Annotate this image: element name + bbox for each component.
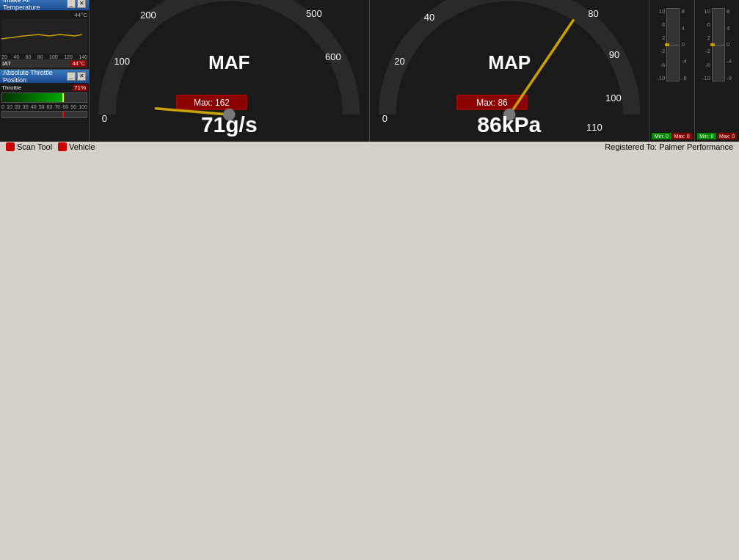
iat-graph-area <box>1 18 87 54</box>
vehicle-indicator: Vehicle <box>58 142 95 151</box>
map-svg-wrap: 0 20 40 50 60 70 80 90 100 110 MAP Max: … <box>370 0 649 142</box>
iat-left-title: Intake Air Temperature <box>3 0 67 11</box>
svg-text:MAF: MAF <box>208 51 250 73</box>
maf-main: Air Flow Rate from Mass Air Flow Sensor … <box>90 0 370 142</box>
svg-text:20: 20 <box>394 56 405 67</box>
svg-text:Max: 162: Max: 162 <box>194 98 230 108</box>
atp-left: Absolute Throttle Position _ ✕ Throttle7… <box>0 70 89 142</box>
scan-tool-dot <box>6 142 15 151</box>
atp-l-min[interactable]: _ <box>67 72 76 81</box>
longft1-right: Long Te... _ ✕ LONGFT1 0% 1062-2-6-10 <box>649 0 695 142</box>
svg-text:600: 600 <box>325 51 341 62</box>
svg-text:200: 200 <box>140 10 156 21</box>
atp-body: Throttle71% 0102030405060708090100 <box>0 83 89 142</box>
svg-text:MAP: MAP <box>488 51 531 73</box>
svg-text:0: 0 <box>382 112 387 123</box>
lft1-marker <box>665 43 669 46</box>
iat-body: 44°C 20406080100120140 IAT44°C <box>0 10 89 69</box>
lft2-body: LONGFT2 0% 1062-2-6-10 840-4-8 <box>695 0 740 142</box>
iat-l-close[interactable]: ✕ <box>77 0 86 8</box>
scan-tool-label: Scan Tool <box>17 142 52 151</box>
atp-l-close[interactable]: ✕ <box>77 72 86 81</box>
atp-h-bar2 <box>1 111 87 118</box>
maf-disp: 71g/s <box>201 112 258 137</box>
svg-text:80: 80 <box>588 8 599 19</box>
map-disp: 86kPa <box>477 112 541 137</box>
left-col-span: Ignition Timi... _ ✕ SPARKADV 27° 504540… <box>0 0 90 142</box>
svg-text:0: 0 <box>102 112 107 123</box>
lft2-vbar <box>712 8 725 81</box>
scan-tool-indicator: Scan Tool <box>6 142 52 151</box>
map-main: Intake Manifold Absolute Pressure _ ✕ 0 … <box>370 0 650 142</box>
svg-text:100: 100 <box>605 92 622 103</box>
lft2-marker <box>710 43 715 46</box>
registered-to: Registered To: Palmer Performance <box>605 142 733 151</box>
longft2-right: Long Te... _ ✕ LONGFT2 0% 1062-2-6-10 <box>695 0 740 142</box>
atp-left-hdr: Absolute Throttle Position _ ✕ <box>0 70 89 83</box>
svg-text:90: 90 <box>608 49 619 60</box>
iat-l-min[interactable]: _ <box>67 0 76 8</box>
atp-left-title: Absolute Throttle Position <box>3 69 67 84</box>
svg-text:60: 60 <box>514 0 525 1</box>
svg-text:500: 500 <box>306 8 322 19</box>
lft1-vbar <box>666 8 680 81</box>
svg-text:Max: 86: Max: 86 <box>476 98 508 108</box>
lft1-body: LONGFT1 0% 1062-2-6-10 840-4-8 <box>649 0 694 142</box>
longft-area: Long Te... _ ✕ LONGFT1 0% 1062-2-6-10 <box>649 0 739 142</box>
svg-text:40: 40 <box>423 12 434 23</box>
status-indicators: Scan Tool Vehicle <box>6 142 95 151</box>
maf-svg-wrap: 0 100 200 300 400 500 600 MAF Max: 162 7… <box>90 0 369 142</box>
gauge-main-area: Ignition Timi... _ ✕ SPARKADV 27° 504540… <box>0 0 739 95</box>
atp-h-bar <box>1 92 87 103</box>
vehicle-dot <box>58 142 67 151</box>
svg-text:70: 70 <box>548 0 559 1</box>
vehicle-label: Vehicle <box>69 142 95 151</box>
svg-text:110: 110 <box>586 121 602 132</box>
svg-text:50: 50 <box>478 0 489 1</box>
iat-left-hdr: Intake Air Temperature _ ✕ <box>0 0 89 10</box>
iat-left: Intake Air Temperature _ ✕ 44°C 20406080… <box>0 0 89 70</box>
right-col-span: Oxygen Sensor... _ ✕ O2S11.O2SV Min: 0 C… <box>649 0 739 142</box>
svg-text:100: 100 <box>114 56 130 67</box>
